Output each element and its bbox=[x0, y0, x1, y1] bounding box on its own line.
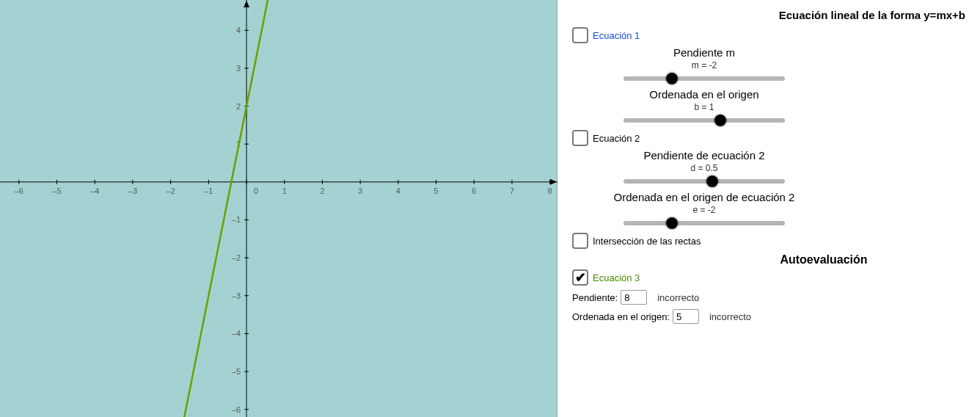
eq1-intercept-title: Ordenada en el origen bbox=[601, 88, 807, 101]
svg-text:3: 3 bbox=[236, 64, 241, 73]
intersection-checkbox-label: Intersección de las rectas bbox=[593, 236, 701, 247]
eq2-checkbox-row: Ecuación 2 bbox=[572, 130, 965, 146]
svg-text:5: 5 bbox=[434, 186, 438, 195]
control-pane: Ecuación lineal de la forma y=mx+b Ecuac… bbox=[557, 0, 980, 417]
svg-text:–1: –1 bbox=[232, 215, 241, 224]
eq1-slope-slider-group: Pendiente m m = -2 bbox=[601, 46, 807, 81]
svg-text:4: 4 bbox=[236, 26, 241, 35]
eq1-intercept-value: b = 1 bbox=[601, 102, 807, 112]
svg-text:–1: –1 bbox=[204, 186, 213, 195]
eq1-slope-title: Pendiente m bbox=[601, 46, 807, 59]
svg-text:–2: –2 bbox=[232, 253, 241, 262]
svg-line-54 bbox=[0, 0, 557, 417]
svg-marker-3 bbox=[244, 1, 249, 7]
svg-text:–2: –2 bbox=[167, 186, 175, 195]
svg-text:7: 7 bbox=[510, 186, 514, 195]
intersection-checkbox-row: Intersección de las rectas bbox=[572, 233, 965, 249]
svg-text:–4: –4 bbox=[232, 329, 241, 338]
graph-pane[interactable]: –6–5–4–3–2–1012345678–6–5–4–3–2–11234 y … bbox=[0, 0, 557, 417]
eq2-intercept-slider[interactable] bbox=[624, 221, 785, 225]
eq1-checkbox-label: Ecuación 1 bbox=[593, 30, 640, 41]
svg-text:–3: –3 bbox=[232, 291, 241, 300]
eq1-slope-slider[interactable] bbox=[624, 76, 785, 81]
intersection-checkbox[interactable] bbox=[572, 233, 588, 249]
quiz-intercept-label: Ordenada en el origen: bbox=[572, 311, 670, 322]
eq2-checkbox-label: Ecuación 2 bbox=[593, 133, 640, 144]
eq2-intercept-title: Ordenada en el origen de ecuación 2 bbox=[601, 191, 807, 203]
eq2-intercept-slider-group: Ordenada en el origen de ecuación 2 e = … bbox=[601, 191, 807, 225]
quiz-slope-input[interactable] bbox=[621, 290, 647, 305]
eq2-slope-value: d = 0.5 bbox=[601, 163, 807, 173]
autoeval-heading: Autoevaluación bbox=[682, 253, 965, 266]
svg-text:0: 0 bbox=[254, 186, 258, 195]
eq2-slope-slider[interactable] bbox=[624, 179, 785, 184]
eq2-intercept-value: e = -2 bbox=[601, 205, 807, 215]
svg-text:–6: –6 bbox=[15, 186, 23, 195]
svg-marker-2 bbox=[550, 179, 557, 185]
eq3-checkbox-row: Ecuación 3 bbox=[572, 269, 965, 286]
page-title: Ecuación lineal de la forma y=mx+b bbox=[572, 9, 965, 21]
eq2-checkbox[interactable] bbox=[572, 130, 588, 146]
quiz-intercept-input[interactable] bbox=[673, 309, 699, 324]
svg-text:–5: –5 bbox=[232, 367, 241, 376]
svg-text:–6: –6 bbox=[232, 405, 241, 414]
svg-text:2: 2 bbox=[320, 186, 324, 195]
svg-text:–3: –3 bbox=[128, 186, 137, 195]
eq2-slope-slider-group: Pendiente de ecuación 2 d = 0.5 bbox=[601, 149, 807, 184]
eq1-checkbox-row: Ecuación 1 bbox=[572, 27, 965, 43]
quiz-intercept-feedback: incorrecto bbox=[709, 311, 751, 322]
svg-text:3: 3 bbox=[358, 186, 362, 195]
svg-text:–4: –4 bbox=[90, 186, 99, 195]
svg-text:8: 8 bbox=[548, 186, 552, 195]
svg-text:–5: –5 bbox=[52, 186, 61, 195]
eq1-checkbox[interactable] bbox=[572, 27, 588, 43]
eq3-checkbox[interactable] bbox=[572, 269, 588, 286]
quiz-intercept-row: Ordenada en el origen: incorrecto bbox=[572, 309, 965, 324]
svg-text:1: 1 bbox=[282, 186, 287, 195]
app-root: –6–5–4–3–2–1012345678–6–5–4–3–2–11234 y … bbox=[0, 0, 980, 417]
eq3-checkbox-label: Ecuación 3 bbox=[593, 272, 640, 283]
svg-text:4: 4 bbox=[396, 186, 401, 195]
eq1-intercept-slider[interactable] bbox=[624, 118, 785, 123]
quiz-slope-label: Pendiente: bbox=[572, 292, 618, 303]
eq1-slope-value: m = -2 bbox=[601, 60, 807, 70]
svg-text:2: 2 bbox=[236, 102, 241, 111]
eq2-slope-title: Pendiente de ecuación 2 bbox=[601, 149, 807, 162]
quiz-slope-feedback: incorrecto bbox=[657, 292, 699, 303]
graph-svg: –6–5–4–3–2–1012345678–6–5–4–3–2–11234 y … bbox=[0, 0, 557, 417]
eq1-intercept-slider-group: Ordenada en el origen b = 1 bbox=[601, 88, 807, 123]
quiz-slope-row: Pendiente: incorrecto bbox=[572, 290, 965, 305]
svg-text:6: 6 bbox=[472, 186, 476, 195]
